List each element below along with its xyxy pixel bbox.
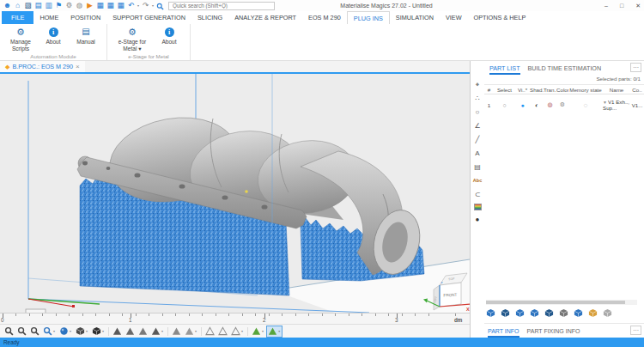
settings-icon[interactable]: ⚙ <box>64 1 74 10</box>
paint-part-icon[interactable] <box>574 306 583 321</box>
export-part-icon[interactable] <box>588 306 598 321</box>
color-toggle-icon[interactable]: ⚙ <box>556 101 568 108</box>
platform-scene-3-icon[interactable]: ▦ <box>116 1 125 10</box>
save-icon[interactable]: ▤ <box>33 1 43 10</box>
add-part-icon[interactable] <box>486 306 495 321</box>
export-icon[interactable]: ⚑ <box>54 1 64 10</box>
undo-dropdown-icon[interactable]: ▾ <box>137 3 139 8</box>
tab-position[interactable]: POSITION <box>64 11 106 24</box>
redo-icon[interactable]: ↷ <box>141 1 150 10</box>
tab-slicing[interactable]: SLICING <box>191 11 228 24</box>
mark-shell-icon[interactable]: ▾ <box>149 326 166 338</box>
document-tab-bproc-eos-m290[interactable]: ◆ B.PROC.: EOS M 290 × <box>0 61 85 72</box>
save-as-icon[interactable]: ▥ <box>44 1 53 10</box>
manual-button[interactable]: ▤ Manual <box>70 26 101 46</box>
transparency-toggle-icon[interactable]: ◍ <box>544 101 556 108</box>
minimize-button[interactable]: – <box>605 0 608 11</box>
mark-triangle-icon[interactable] <box>111 326 124 338</box>
save-part-icon[interactable] <box>501 306 510 321</box>
tab-view[interactable]: VIEW <box>440 11 468 24</box>
zoom-out-icon[interactable] <box>28 326 41 338</box>
tab-file[interactable]: FILE <box>2 11 33 24</box>
tab-plug-ins[interactable]: PLUG INS <box>347 11 390 24</box>
texture-gradient-icon[interactable] <box>474 204 482 210</box>
measure-points-icon[interactable]: ∴ <box>472 94 483 103</box>
about-automation-button[interactable]: i About <box>38 26 69 46</box>
about-estage-button[interactable]: i About <box>154 26 185 46</box>
selected-triangles-view-icon[interactable]: ▾ <box>266 326 283 338</box>
scrollbar-thumb[interactable] <box>486 301 625 304</box>
document-tab-close-icon[interactable]: × <box>76 63 80 70</box>
col-name[interactable]: Name <box>603 87 630 93</box>
measure-line-icon[interactable]: ╱ <box>472 135 483 144</box>
table-row[interactable]: 1 ○ ● ◐ ◍ ⚙ ◌ ▼V1 Exh.., Sup... V1... <box>484 94 644 115</box>
zoom-selection-icon[interactable]: ▾ <box>41 326 58 338</box>
tab-eos-m-290[interactable]: EOS M 290 <box>302 11 347 24</box>
maximize-button[interactable]: □ <box>620 0 623 11</box>
render-mode-icon[interactable]: ▾ <box>90 326 106 338</box>
tab-part-fixing-info[interactable]: PART FIXING INFO <box>527 324 580 338</box>
part-list-settings-icon[interactable] <box>603 306 612 321</box>
mark-plane-icon[interactable] <box>124 326 137 338</box>
tab-options-help[interactable]: OPTIONS & HELP <box>468 11 532 24</box>
filter-triangles-icon[interactable]: ▾ <box>250 326 266 338</box>
attachment-icon[interactable]: ⊂ <box>472 190 483 199</box>
close-button[interactable]: ✕ <box>635 0 641 11</box>
measure-tool-icon[interactable]: ⌖ <box>472 80 483 89</box>
platform-scene-2-icon[interactable]: ▦ <box>106 1 115 10</box>
select-checkbox[interactable]: ○ <box>494 102 515 108</box>
measure-angle-icon[interactable]: ∠ <box>472 121 483 131</box>
unmark-plane-icon[interactable] <box>216 326 229 338</box>
tab-build-time-estimation[interactable]: BUILD TIME ESTIMATION <box>528 61 602 75</box>
col-memory-state[interactable]: Memory state <box>568 87 603 93</box>
rotate-view-icon[interactable]: ▾ <box>58 326 74 338</box>
col-select[interactable]: Select <box>494 87 515 93</box>
mirror-part-icon[interactable] <box>544 306 554 321</box>
send-to-machine-icon[interactable]: ▶ <box>85 1 94 10</box>
col-color[interactable]: Color <box>556 87 568 93</box>
panel-more-button[interactable]: ⋯ <box>630 63 641 72</box>
tab-analyze-report[interactable]: ANALYZE & REPORT <box>228 11 302 24</box>
render-sphere-icon[interactable]: ● <box>472 215 483 224</box>
part-name-cell[interactable]: ▼V1 Exh.., Sup... <box>603 99 630 112</box>
tab-simulation[interactable]: SIMULATION <box>390 11 440 24</box>
col-number[interactable]: # <box>484 87 494 93</box>
annotation-icon[interactable]: Abc <box>472 176 483 186</box>
tab-support-generation[interactable]: SUPPORT GENERATION <box>106 11 191 24</box>
visible-toggle-icon[interactable]: ● <box>515 102 530 108</box>
tab-home[interactable]: HOME <box>33 11 64 24</box>
viewport-3d[interactable]: WCS TOP LEFT FRONT X z <box>0 74 470 324</box>
redo-dropdown-icon[interactable]: ▾ <box>152 3 154 8</box>
duplicate-part-icon[interactable] <box>515 306 525 321</box>
online-help-icon[interactable]: ◍ <box>75 1 84 10</box>
col-extra[interactable]: Co.. <box>630 87 644 93</box>
platform-scene-1-icon[interactable]: ▦ <box>95 1 105 10</box>
col-visible[interactable]: Vi..* <box>515 87 530 93</box>
col-transparency[interactable]: Tran.. <box>544 87 556 93</box>
measure-text-icon[interactable]: A <box>472 149 483 158</box>
mark-window-icon[interactable] <box>170 326 183 338</box>
name-expand-icon[interactable]: ▼ <box>603 100 607 105</box>
zoom-icon[interactable] <box>3 326 15 338</box>
mark-surface-icon[interactable] <box>137 326 149 338</box>
unmark-triangle-icon[interactable] <box>204 326 216 338</box>
home-icon[interactable]: ⌂ <box>13 1 22 10</box>
search-part-icon[interactable] <box>559 306 568 321</box>
col-shading[interactable]: Shad.. <box>530 87 544 93</box>
report-page-icon[interactable]: ▤ <box>472 162 483 172</box>
manage-scripts-button[interactable]: ⚙ Manage Scripts <box>5 26 36 52</box>
unmark-shell-icon[interactable]: ▾ <box>229 326 246 338</box>
import-part-icon[interactable]: ▨ <box>23 1 33 10</box>
panel-bottom-more-button[interactable]: ⋯ <box>630 326 641 335</box>
tab-part-list[interactable]: PART LIST <box>489 61 520 75</box>
measure-circle-icon[interactable]: ○ <box>472 107 483 117</box>
view-orientation-icon[interactable]: ▾ <box>74 326 90 338</box>
estage-for-metal-button[interactable]: ⚙ e-Stage for Metal ▾ <box>112 26 152 52</box>
zoom-in-icon[interactable] <box>15 326 28 338</box>
undo-icon[interactable]: ↶ <box>126 1 136 10</box>
mark-brush-icon[interactable]: ▾ <box>183 326 199 338</box>
horizontal-scrollbar[interactable] <box>486 300 637 305</box>
viewport-canvas[interactable]: WCS TOP LEFT FRONT X z <box>0 74 470 313</box>
user-icon[interactable]: ☻ <box>3 1 12 10</box>
copy-part-icon[interactable] <box>530 306 539 321</box>
